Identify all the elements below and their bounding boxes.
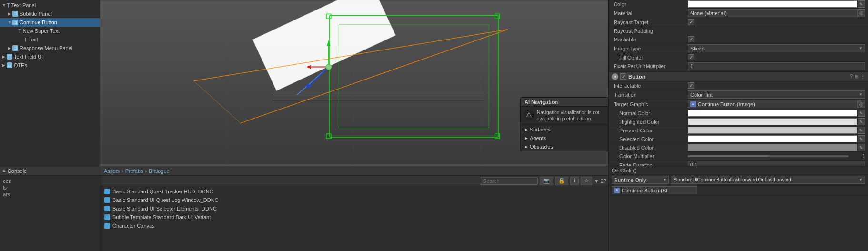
normal-color-swatch-area <box>688 110 857 117</box>
on-click-row-2: ≡ Continue Button (St. <box>609 185 868 196</box>
highlighted-color-swatch[interactable] <box>688 118 857 125</box>
normal-color-value: ✎ <box>688 110 865 117</box>
button-component-header[interactable]: ● Button ? ⊞ ⋮ <box>609 72 868 81</box>
menu-icon[interactable]: ⋮ <box>860 74 865 79</box>
assets-toolbar: 📷 🔒 ℹ ☆ ▼ 27 <box>100 176 608 186</box>
asset-item-4[interactable]: Bubble Template Standard Bark UI Variant <box>100 213 608 221</box>
dropdown-arrow-icon: ▼ <box>859 92 863 97</box>
hierarchy-item-new-super-text[interactable]: T New Super Text <box>0 27 100 35</box>
raycast-padding-label: Raycast Padding <box>612 28 688 34</box>
hierarchy-item-text-panel[interactable]: ▼ T Text Panel <box>0 1 100 10</box>
scene-view[interactable]: AI Navigation ⚠ Navigation visualization… <box>100 0 608 166</box>
help-icon[interactable]: ? <box>850 74 853 79</box>
selected-color-edit-button[interactable]: ✎ <box>858 135 865 142</box>
pressed-color-row: Pressed Color ✎ <box>609 126 868 135</box>
breadcrumb-dialogue[interactable]: Dialogue <box>149 168 169 174</box>
normal-color-edit-button[interactable]: ✎ <box>858 110 865 117</box>
handler-value: StandardUIContinueButtonFastForward.OnFa… <box>673 177 791 182</box>
asset-item-1[interactable]: Basic Standard Quest Tracker HUD_DDNC <box>100 187 608 196</box>
arrow-icon: ▶ <box>2 54 7 59</box>
on-click-object-field[interactable]: ≡ Continue Button (St. <box>612 186 697 194</box>
asset-name-3: Basic Standard UI Selector Elements_DDNC <box>112 206 217 211</box>
arrow-icon: ▶ <box>8 11 12 16</box>
material-pick-button[interactable]: ◎ <box>858 9 865 17</box>
svg-point-25 <box>326 64 332 70</box>
hierarchy-panel: ▼ T Text Panel ▶ □ Subtitle Panel ▼ □ Co… <box>0 0 100 166</box>
screenshot-button[interactable]: 📷 <box>540 177 553 185</box>
highlighted-color-row: Highlighted Color ✎ <box>609 118 868 126</box>
maskable-row: Maskable <box>609 35 868 44</box>
breadcrumb-assets[interactable]: Assets <box>104 168 120 174</box>
interactable-label: Interactable <box>612 83 688 89</box>
assets-panel: Assets › Prefabs › Dialogue 📷 🔒 ℹ ☆ ▼ 27… <box>100 166 608 251</box>
slider-fill <box>688 155 768 157</box>
asset-item-5[interactable]: Character Canvas <box>100 221 608 230</box>
disabled-color-swatch[interactable] <box>688 144 857 151</box>
console-item-2: ls <box>2 184 98 191</box>
disabled-color-edit-button[interactable]: ✎ <box>858 144 865 151</box>
go-icon: □ <box>12 20 18 25</box>
selected-color-swatch[interactable] <box>688 135 857 142</box>
highlighted-color-edit-button[interactable]: ✎ <box>858 118 865 125</box>
color-multiplier-slider: 1 <box>688 153 865 159</box>
breadcrumb-prefabs[interactable]: Prefabs <box>125 168 143 174</box>
pressed-color-swatch[interactable] <box>688 127 857 134</box>
highlighted-color-label: Highlighted Color <box>612 119 688 125</box>
disabled-color-display: ✎ <box>688 144 865 151</box>
button-enabled-checkbox[interactable] <box>620 73 626 80</box>
arrow-icon: ▶ <box>525 144 528 149</box>
dropdown-arrow-icon: ▼ <box>859 46 863 50</box>
ai-nav-agents[interactable]: ▶ Agents <box>521 134 608 142</box>
pixels-per-unit-value: 1 <box>690 63 693 69</box>
hierarchy-label: QTEs <box>14 62 27 68</box>
ai-nav-warning-text: Navigation visualization is not availabl… <box>537 110 605 122</box>
ai-nav-obstacles[interactable]: ▶ Obstacles <box>521 142 608 151</box>
pixels-per-unit-field[interactable]: 1 <box>688 62 865 70</box>
slider-track[interactable] <box>688 155 849 157</box>
star-button[interactable]: ☆ <box>581 177 592 185</box>
ai-nav-title: AI Navigation <box>521 98 608 107</box>
arrow-icon: ▶ <box>525 136 528 141</box>
material-label: Material <box>612 10 688 16</box>
fill-center-checkbox[interactable] <box>688 54 694 60</box>
ai-nav-surfaces[interactable]: ▶ Surfaces <box>521 125 608 134</box>
highlighted-color-display: ✎ <box>688 118 865 125</box>
hierarchy-item-text-field-ui[interactable]: ▶ □ Text Field UI <box>0 52 100 61</box>
hierarchy-item-qtes[interactable]: ▶ □ QTEs <box>0 61 100 70</box>
on-click-object-icon: ≡ <box>614 188 620 193</box>
surfaces-label: Surfaces <box>530 127 550 132</box>
transition-row: Transition Color Tint ▼ <box>609 90 868 100</box>
color-swatch[interactable] <box>688 0 857 8</box>
image-type-dropdown[interactable]: Sliced ▼ <box>688 44 865 52</box>
raycast-target-checkbox[interactable] <box>688 19 694 25</box>
hierarchy-label: Text Field UI <box>14 54 43 60</box>
interactable-checkbox[interactable] <box>688 82 694 89</box>
target-graphic-field[interactable]: ≡ Continue Button (Image) <box>688 100 858 108</box>
maskable-checkbox[interactable] <box>688 36 694 42</box>
target-graphic-label: Target Graphic <box>612 101 688 107</box>
expand-icon[interactable]: ⊞ <box>855 74 858 79</box>
hierarchy-item-response-menu[interactable]: ▶ □ Response Menu Panel <box>0 44 100 52</box>
fade-duration-field[interactable]: 0.1 <box>688 161 865 166</box>
material-field[interactable]: None (Material) <box>688 9 858 17</box>
hierarchy-item-subtitle-panel[interactable]: ▶ □ Subtitle Panel <box>0 10 100 18</box>
hierarchy-item-continue-button[interactable]: ▼ □ Continue Button <box>0 18 100 27</box>
highlighted-color-value: ✎ <box>688 118 865 125</box>
asset-item-3[interactable]: Basic Standard UI Selector Elements_DDNC <box>100 204 608 213</box>
lock-button[interactable]: 🔒 <box>555 177 568 185</box>
pressed-color-edit-button[interactable]: ✎ <box>858 127 865 134</box>
transition-dropdown[interactable]: Color Tint ▼ <box>688 90 865 99</box>
color-edit-button[interactable]: ✎ <box>858 0 865 8</box>
assets-search-input[interactable] <box>481 177 538 185</box>
disabled-color-value: ✎ <box>688 144 865 151</box>
info-button[interactable]: ℹ <box>570 177 579 185</box>
handler-dropdown[interactable]: StandardUIContinueButtonFastForward.OnFa… <box>671 176 865 184</box>
normal-color-swatch[interactable] <box>688 110 857 117</box>
hierarchy-label: Subtitle Panel <box>20 11 52 17</box>
normal-color-label: Normal Color <box>612 110 688 116</box>
hierarchy-item-text[interactable]: T Text <box>0 35 100 44</box>
highlighted-color-swatch-area <box>688 118 857 125</box>
asset-item-2[interactable]: Basic Standard UI Quest Log Window_DDNC <box>100 196 608 204</box>
runtime-dropdown[interactable]: Runtime Only ▼ <box>612 176 669 184</box>
target-graphic-pick-button[interactable]: ◎ <box>858 100 865 108</box>
